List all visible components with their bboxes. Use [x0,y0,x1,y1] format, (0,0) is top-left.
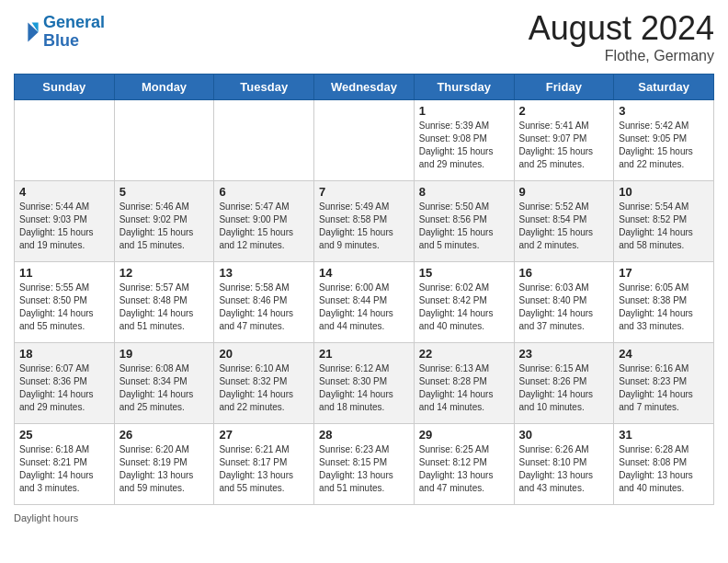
header-cell-tuesday: Tuesday [214,75,314,100]
calendar-cell: 7Sunrise: 5:49 AM Sunset: 8:58 PM Daylig… [314,181,415,262]
calendar-cell: 13Sunrise: 5:58 AM Sunset: 8:46 PM Dayli… [214,262,314,343]
header-cell-friday: Friday [514,75,614,100]
day-info: Sunrise: 5:44 AM Sunset: 9:03 PM Dayligh… [19,201,109,252]
day-number: 9 [519,185,609,199]
calendar-cell: 22Sunrise: 6:13 AM Sunset: 8:28 PM Dayli… [414,343,514,424]
day-number: 23 [519,347,609,361]
calendar-cell: 18Sunrise: 6:07 AM Sunset: 8:36 PM Dayli… [15,343,115,424]
day-info: Sunrise: 6:00 AM Sunset: 8:44 PM Dayligh… [319,282,409,333]
location-subtitle: Flothe, Germany [529,48,714,64]
day-number: 1 [419,104,509,118]
title-block: August 2024 Flothe, Germany [529,9,714,64]
calendar-table: SundayMondayTuesdayWednesdayThursdayFrid… [14,74,714,505]
day-info: Sunrise: 5:54 AM Sunset: 8:52 PM Dayligh… [619,201,709,252]
calendar-cell: 5Sunrise: 5:46 AM Sunset: 9:02 PM Daylig… [114,181,214,262]
logo-text: General Blue [43,14,105,51]
day-info: Sunrise: 5:49 AM Sunset: 8:58 PM Dayligh… [319,201,409,252]
day-info: Sunrise: 6:21 AM Sunset: 8:17 PM Dayligh… [219,443,309,495]
day-info: Sunrise: 6:05 AM Sunset: 8:38 PM Dayligh… [619,282,709,333]
calendar-cell: 15Sunrise: 6:02 AM Sunset: 8:42 PM Dayli… [414,262,514,343]
day-info: Sunrise: 6:13 AM Sunset: 8:28 PM Dayligh… [419,362,509,414]
day-info: Sunrise: 5:47 AM Sunset: 9:00 PM Dayligh… [219,201,309,252]
day-number: 16 [519,266,609,280]
calendar-cell: 30Sunrise: 6:26 AM Sunset: 8:10 PM Dayli… [514,424,614,505]
calendar-header: SundayMondayTuesdayWednesdayThursdayFrid… [15,75,714,100]
calendar-week-3: 11Sunrise: 5:55 AM Sunset: 8:50 PM Dayli… [15,262,714,343]
day-number: 14 [319,266,409,280]
day-number: 20 [219,347,309,361]
logo-line1: General [43,13,105,31]
header-cell-wednesday: Wednesday [314,75,415,100]
day-number: 29 [419,428,509,442]
footer: Daylight hours [14,512,714,523]
day-info: Sunrise: 6:16 AM Sunset: 8:23 PM Dayligh… [619,362,709,414]
calendar-week-2: 4Sunrise: 5:44 AM Sunset: 9:03 PM Daylig… [15,181,714,262]
calendar-cell: 26Sunrise: 6:20 AM Sunset: 8:19 PM Dayli… [114,424,214,505]
calendar-cell [114,100,214,181]
day-number: 21 [319,347,409,361]
day-number: 13 [219,266,309,280]
header-cell-monday: Monday [114,75,214,100]
day-info: Sunrise: 5:52 AM Sunset: 8:54 PM Dayligh… [519,201,609,252]
day-number: 25 [19,428,109,442]
day-info: Sunrise: 5:41 AM Sunset: 9:07 PM Dayligh… [519,120,609,171]
calendar-week-5: 25Sunrise: 6:18 AM Sunset: 8:21 PM Dayli… [15,424,714,505]
day-info: Sunrise: 5:46 AM Sunset: 9:02 PM Dayligh… [119,201,210,252]
calendar-cell: 11Sunrise: 5:55 AM Sunset: 8:50 PM Dayli… [15,262,115,343]
calendar-cell: 19Sunrise: 6:08 AM Sunset: 8:34 PM Dayli… [114,343,214,424]
day-number: 5 [119,185,210,199]
day-info: Sunrise: 6:03 AM Sunset: 8:40 PM Dayligh… [519,282,609,333]
day-number: 4 [19,185,109,199]
logo: General Blue [14,14,105,51]
month-year-title: August 2024 [529,9,714,48]
calendar-cell: 12Sunrise: 5:57 AM Sunset: 8:48 PM Dayli… [114,262,214,343]
calendar-cell: 27Sunrise: 6:21 AM Sunset: 8:17 PM Dayli… [214,424,314,505]
day-number: 30 [519,428,609,442]
day-number: 24 [619,347,709,361]
day-info: Sunrise: 5:58 AM Sunset: 8:46 PM Dayligh… [219,282,309,333]
day-info: Sunrise: 5:55 AM Sunset: 8:50 PM Dayligh… [19,282,109,333]
daylight-label: Daylight hours [14,512,78,523]
day-info: Sunrise: 6:07 AM Sunset: 8:36 PM Dayligh… [19,362,109,414]
day-number: 27 [219,428,309,442]
day-info: Sunrise: 5:42 AM Sunset: 9:05 PM Dayligh… [619,120,709,171]
calendar-cell [15,100,115,181]
day-number: 17 [619,266,709,280]
day-info: Sunrise: 5:50 AM Sunset: 8:56 PM Dayligh… [419,201,509,252]
calendar-cell: 3Sunrise: 5:42 AM Sunset: 9:05 PM Daylig… [614,100,714,181]
day-info: Sunrise: 5:39 AM Sunset: 9:08 PM Dayligh… [419,120,509,171]
day-info: Sunrise: 6:28 AM Sunset: 8:08 PM Dayligh… [619,443,709,495]
calendar-cell: 29Sunrise: 6:25 AM Sunset: 8:12 PM Dayli… [414,424,514,505]
calendar-cell: 24Sunrise: 6:16 AM Sunset: 8:23 PM Dayli… [614,343,714,424]
header-cell-thursday: Thursday [414,75,514,100]
calendar-cell: 2Sunrise: 5:41 AM Sunset: 9:07 PM Daylig… [514,100,614,181]
day-info: Sunrise: 6:20 AM Sunset: 8:19 PM Dayligh… [119,443,210,495]
calendar-week-1: 1Sunrise: 5:39 AM Sunset: 9:08 PM Daylig… [15,100,714,181]
day-number: 12 [119,266,210,280]
day-info: Sunrise: 6:12 AM Sunset: 8:30 PM Dayligh… [319,362,409,414]
calendar-cell: 6Sunrise: 5:47 AM Sunset: 9:00 PM Daylig… [214,181,314,262]
calendar-body: 1Sunrise: 5:39 AM Sunset: 9:08 PM Daylig… [15,100,714,505]
calendar-cell: 16Sunrise: 6:03 AM Sunset: 8:40 PM Dayli… [514,262,614,343]
day-info: Sunrise: 6:18 AM Sunset: 8:21 PM Dayligh… [19,443,109,495]
calendar-cell: 21Sunrise: 6:12 AM Sunset: 8:30 PM Dayli… [314,343,415,424]
header-cell-sunday: Sunday [15,75,115,100]
day-info: Sunrise: 6:02 AM Sunset: 8:42 PM Dayligh… [419,282,509,333]
day-number: 15 [419,266,509,280]
calendar-cell: 31Sunrise: 6:28 AM Sunset: 8:08 PM Dayli… [614,424,714,505]
day-info: Sunrise: 6:23 AM Sunset: 8:15 PM Dayligh… [319,443,409,495]
day-number: 6 [219,185,309,199]
day-info: Sunrise: 6:10 AM Sunset: 8:32 PM Dayligh… [219,362,309,414]
day-info: Sunrise: 6:26 AM Sunset: 8:10 PM Dayligh… [519,443,609,495]
calendar-cell: 10Sunrise: 5:54 AM Sunset: 8:52 PM Dayli… [614,181,714,262]
day-number: 22 [419,347,509,361]
logo-line2: Blue [43,31,79,50]
calendar-cell: 14Sunrise: 6:00 AM Sunset: 8:44 PM Dayli… [314,262,415,343]
page-header: General Blue August 2024 Flothe, Germany [14,9,714,64]
calendar-cell: 4Sunrise: 5:44 AM Sunset: 9:03 PM Daylig… [15,181,115,262]
day-number: 10 [619,185,709,199]
header-row: SundayMondayTuesdayWednesdayThursdayFrid… [15,75,714,100]
calendar-cell: 8Sunrise: 5:50 AM Sunset: 8:56 PM Daylig… [414,181,514,262]
calendar-cell [214,100,314,181]
calendar-cell: 25Sunrise: 6:18 AM Sunset: 8:21 PM Dayli… [15,424,115,505]
